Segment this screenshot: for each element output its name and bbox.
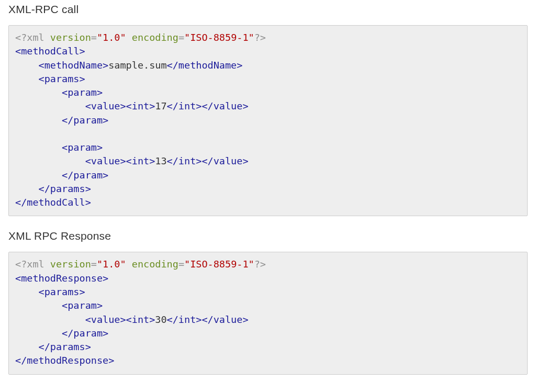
xml-decl-version-val: "1.0" [97,32,126,43]
resp-param-open: <param> [62,300,103,311]
resp-root-close: </methodResponse> [15,355,114,366]
code-block-response: <?xml version="1.0" encoding="ISO-8859-1… [8,252,528,374]
call-value2-open: <value> [85,155,126,166]
xml-decl-version-val-2: "1.0" [97,259,126,270]
resp-params-close: </params> [39,341,91,352]
resp-root-open: <methodResponse> [15,273,108,284]
call-param2-close: </param> [62,170,108,181]
code-block-call: <?xml version="1.0" encoding="ISO-8859-1… [8,25,528,216]
call-root-open: <methodCall> [15,46,85,57]
xml-decl-close-2: ?> [254,259,266,270]
call-int2-close: </int> [167,155,202,166]
xml-decl-encoding-attr-2: encoding [132,259,178,270]
resp-int-text: 30 [155,314,166,325]
call-methodName-text: sample.sum [108,60,166,71]
call-int1-text: 17 [155,100,166,111]
call-value1-open: <value> [85,100,126,111]
resp-int-open: <int> [126,314,155,325]
resp-int-close: </int> [167,314,202,325]
resp-value-close: </value> [202,314,248,325]
call-params-open: <params> [39,73,85,84]
xml-decl-open-2: <?xml [15,259,50,270]
section-title-response: XML RPC Response [8,230,528,242]
resp-param-close: </param> [62,328,108,339]
xml-decl-close: ?> [254,32,266,43]
call-value1-close: </value> [202,100,248,111]
call-params-close: </params> [39,183,91,194]
call-param2-open: <param> [62,142,103,153]
call-int1-open: <int> [126,100,155,111]
section-title-call: XML-RPC call [8,3,528,16]
call-int1-close: </int> [167,100,202,111]
call-param1-open: <param> [62,87,103,98]
call-param1-close: </param> [62,115,108,126]
call-int2-open: <int> [126,155,155,166]
xml-decl-encoding-val-2: "ISO-8859-1" [184,259,254,270]
resp-value-open: <value> [85,314,126,325]
call-methodName-close: </methodName> [167,60,243,71]
xml-decl-version-attr-2: version [50,259,91,270]
call-methodName-open: <methodName> [39,60,109,71]
xml-decl-encoding-val: "ISO-8859-1" [184,32,254,43]
resp-params-open: <params> [39,286,85,297]
xml-decl-version-attr: version [50,32,91,43]
call-root-close: </methodCall> [15,197,91,208]
call-value2-close: </value> [202,155,248,166]
xml-decl-open: <?xml [15,32,50,43]
xml-decl-encoding-attr: encoding [132,32,178,43]
call-int2-text: 13 [155,155,166,166]
